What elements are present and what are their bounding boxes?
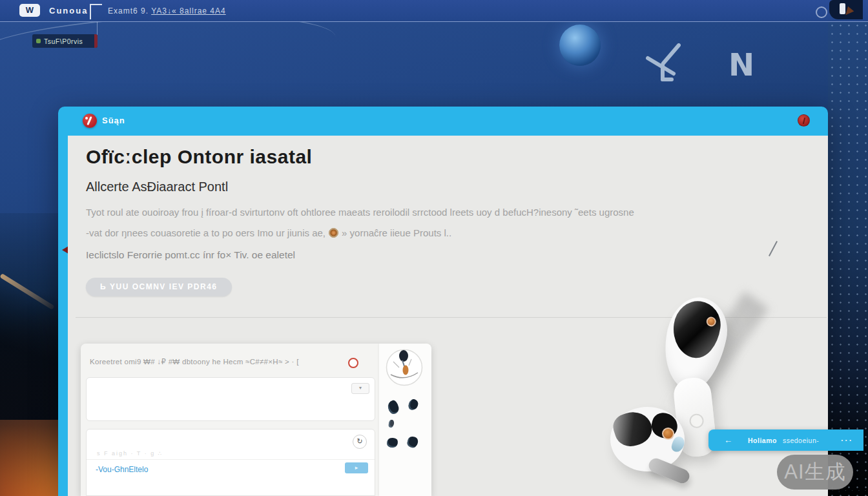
ai-watermark: AI生成 — [777, 455, 853, 490]
send-button[interactable]: ▸ — [345, 462, 368, 473]
body-text-line3: Ieclictslo Ferorrie pomt.cc ínr fo× Tiv.… — [86, 249, 295, 261]
tab-bracket — [90, 4, 102, 19]
circle-button-icon[interactable] — [816, 6, 827, 18]
close-icon[interactable] — [798, 114, 810, 127]
body-text-line2-post: » yornaĉre iieue Prouts l.. — [342, 227, 451, 238]
window-control-shape[interactable] — [829, 0, 863, 19]
chat-card-2-link[interactable]: -Vou-GhnEltelo — [96, 465, 148, 474]
body-text-line2-pre: -vat dor ŋnees couasoretie a to po oers … — [86, 227, 326, 238]
body-text-line2: -vat dor ŋnees couasoretie a to po oers … — [86, 227, 451, 238]
badge-label: TsuF\P0rvis — [44, 37, 83, 45]
tab-title-a: Examt6 9. — [108, 6, 149, 16]
glyph-icon — [408, 398, 420, 411]
favicon-icon — [36, 39, 41, 43]
background-dotted-strip — [828, 21, 868, 496]
app-logo-icon — [83, 114, 97, 128]
target-icon — [329, 228, 338, 238]
bottom-bar-label2: ssedoeiun- — [783, 437, 819, 444]
glyph-icon — [406, 435, 419, 448]
divider-vline — [97, 21, 98, 36]
chat-header-text: Koreetret omi9 ₩# ↓₽ #₩ dbtoony he Hecm … — [90, 357, 343, 366]
browser-tab[interactable]: Examt6 9. YA3↓« 8allrae 4A4 — [108, 6, 226, 16]
more-dots-icon[interactable]: ··· — [841, 435, 853, 445]
bottom-bar-label1: Holiamo — [748, 437, 777, 444]
faint-subtext: s F aigh · T · g ∴ — [97, 450, 163, 457]
browser-app-name: Cunoua — [49, 6, 88, 16]
chat-side-column — [379, 344, 431, 496]
earbud-top-dark — [670, 298, 724, 360]
glyph-icon — [386, 437, 398, 448]
page-title: Ofïcːclep Ontonr iasatal — [86, 146, 312, 168]
bottom-action-bar[interactable]: ← Holiamo ssedoeiun- ··· — [708, 429, 863, 451]
window-bar-icon — [840, 3, 845, 14]
window-wedge-icon — [845, 6, 854, 17]
glyph-icon — [387, 400, 400, 415]
bookmark-badge[interactable]: TsuF\P0rvis — [32, 34, 98, 48]
collapse-button[interactable]: ▾ — [351, 383, 369, 394]
antenna-glyph-icon — [643, 39, 688, 84]
body-text-line1: Tyot roul ate ouoiroay frou į fíroar-d s… — [86, 207, 634, 218]
page-subtitle: Allcerte AsĐiaaract Pontl — [86, 180, 228, 194]
avatar — [386, 349, 423, 386]
chat-close-icon[interactable] — [348, 358, 358, 368]
chat-card-1: Tive ucariess as a s6il3 Gem go io vivre… — [86, 377, 375, 421]
refresh-button[interactable]: ↻ — [353, 435, 367, 449]
earbud-stem-button — [689, 413, 705, 429]
chat-panel: Koreetret omi9 ₩# ↓₽ #₩ dbtoony he Hecm … — [81, 344, 431, 496]
screen: N W Cunoua Examt6 9. YA3↓« 8allrae 4A4 T… — [0, 0, 868, 496]
product-image-earbuds — [604, 287, 772, 494]
sphere-decoration — [559, 25, 601, 66]
back-arrow-icon[interactable]: ← — [724, 435, 732, 445]
cta-button[interactable]: Ь YUU OCMNV IEV PDR46 — [86, 278, 232, 296]
glyph-icon — [388, 420, 395, 428]
earbud-bottom-orange-dot — [662, 428, 674, 440]
corner-dots: · : · · · · — [832, 488, 868, 493]
tab-title-b: YA3↓« 8allrae 4A4 — [151, 6, 226, 16]
earbud-bottom — [610, 407, 688, 481]
badge-red-edge — [94, 34, 98, 48]
browser-logo-icon: W — [19, 4, 40, 17]
browser-topbar: W Cunoua Examt6 9. YA3↓« 8allrae 4A4 — [0, 0, 868, 22]
card-divider — [87, 459, 375, 460]
n-glyph-decoration: N — [728, 46, 754, 83]
chat-card-2: ○✓± Dan Silju Airo Gstouwe, → · 1S Ma Va… — [86, 429, 375, 496]
dialog-title: Sǔąn — [102, 116, 125, 125]
